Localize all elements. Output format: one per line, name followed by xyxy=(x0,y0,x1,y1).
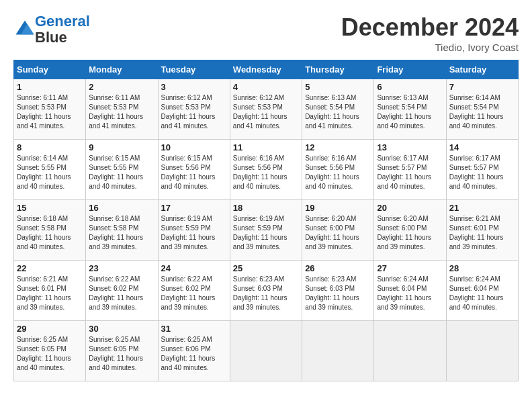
table-row: 18 Sunrise: 6:19 AM Sunset: 5:59 PM Dayl… xyxy=(230,200,302,261)
day-info: Sunrise: 6:25 AM Sunset: 6:05 PM Dayligh… xyxy=(17,336,71,371)
day-number: 24 xyxy=(161,263,227,273)
day-number: 4 xyxy=(233,82,299,92)
day-info: Sunrise: 6:20 AM Sunset: 6:00 PM Dayligh… xyxy=(377,215,431,250)
day-info: Sunrise: 6:19 AM Sunset: 5:59 PM Dayligh… xyxy=(161,215,216,250)
table-row xyxy=(374,321,446,381)
day-number: 10 xyxy=(161,142,227,152)
calendar-week-row: 22 Sunrise: 6:21 AM Sunset: 6:01 PM Dayl… xyxy=(14,261,519,321)
day-number: 9 xyxy=(89,142,154,152)
day-number: 16 xyxy=(89,203,154,213)
day-number: 11 xyxy=(233,142,299,152)
day-number: 8 xyxy=(17,142,83,152)
table-row: 9 Sunrise: 6:15 AM Sunset: 5:55 PM Dayli… xyxy=(86,140,158,200)
day-info: Sunrise: 6:15 AM Sunset: 5:56 PM Dayligh… xyxy=(161,154,216,190)
table-row xyxy=(302,321,374,381)
col-wednesday: Wednesday xyxy=(230,60,302,79)
day-info: Sunrise: 6:21 AM Sunset: 6:01 PM Dayligh… xyxy=(449,215,504,250)
table-row xyxy=(230,321,302,381)
table-row: 15 Sunrise: 6:18 AM Sunset: 5:58 PM Dayl… xyxy=(14,200,86,261)
table-row: 13 Sunrise: 6:17 AM Sunset: 5:57 PM Dayl… xyxy=(374,140,446,200)
day-number: 27 xyxy=(377,263,443,273)
table-row: 8 Sunrise: 6:14 AM Sunset: 5:55 PM Dayli… xyxy=(14,140,86,200)
day-number: 7 xyxy=(449,82,515,92)
day-number: 6 xyxy=(377,82,443,92)
col-saturday: Saturday xyxy=(446,60,518,79)
day-number: 23 xyxy=(89,263,154,273)
table-row: 5 Sunrise: 6:13 AM Sunset: 5:54 PM Dayli… xyxy=(302,79,374,140)
table-row: 30 Sunrise: 6:25 AM Sunset: 6:05 PM Dayl… xyxy=(86,321,158,381)
table-row: 28 Sunrise: 6:24 AM Sunset: 6:04 PM Dayl… xyxy=(446,261,518,321)
day-info: Sunrise: 6:14 AM Sunset: 5:54 PM Dayligh… xyxy=(449,94,504,130)
page-header: GeneralBlue December 2024 Tiedio, Ivory … xyxy=(13,13,519,53)
day-number: 14 xyxy=(449,142,515,152)
table-row: 17 Sunrise: 6:19 AM Sunset: 5:59 PM Dayl… xyxy=(158,200,230,261)
table-row: 2 Sunrise: 6:11 AM Sunset: 5:53 PM Dayli… xyxy=(86,79,158,140)
table-row: 20 Sunrise: 6:20 AM Sunset: 6:00 PM Dayl… xyxy=(374,200,446,261)
table-row: 24 Sunrise: 6:22 AM Sunset: 6:02 PM Dayl… xyxy=(158,261,230,321)
day-info: Sunrise: 6:13 AM Sunset: 5:54 PM Dayligh… xyxy=(377,94,431,130)
day-info: Sunrise: 6:18 AM Sunset: 5:58 PM Dayligh… xyxy=(89,215,143,250)
day-number: 28 xyxy=(449,263,515,273)
logo-text: GeneralBlue xyxy=(35,13,90,46)
col-monday: Monday xyxy=(86,60,158,79)
table-row: 14 Sunrise: 6:17 AM Sunset: 5:57 PM Dayl… xyxy=(446,140,518,200)
table-row: 23 Sunrise: 6:22 AM Sunset: 6:02 PM Dayl… xyxy=(86,261,158,321)
table-row: 22 Sunrise: 6:21 AM Sunset: 6:01 PM Dayl… xyxy=(14,261,86,321)
day-info: Sunrise: 6:15 AM Sunset: 5:55 PM Dayligh… xyxy=(89,154,143,190)
table-row: 4 Sunrise: 6:12 AM Sunset: 5:53 PM Dayli… xyxy=(230,79,302,140)
table-row: 29 Sunrise: 6:25 AM Sunset: 6:05 PM Dayl… xyxy=(14,321,86,381)
day-number: 17 xyxy=(161,203,227,213)
col-sunday: Sunday xyxy=(14,60,86,79)
table-row: 19 Sunrise: 6:20 AM Sunset: 6:00 PM Dayl… xyxy=(302,200,374,261)
table-row: 21 Sunrise: 6:21 AM Sunset: 6:01 PM Dayl… xyxy=(446,200,518,261)
table-row: 26 Sunrise: 6:23 AM Sunset: 6:03 PM Dayl… xyxy=(302,261,374,321)
table-row: 16 Sunrise: 6:18 AM Sunset: 5:58 PM Dayl… xyxy=(86,200,158,261)
day-info: Sunrise: 6:16 AM Sunset: 5:56 PM Dayligh… xyxy=(233,154,287,190)
table-row: 31 Sunrise: 6:25 AM Sunset: 6:06 PM Dayl… xyxy=(158,321,230,381)
day-number: 2 xyxy=(89,82,154,92)
calendar-week-row: 8 Sunrise: 6:14 AM Sunset: 5:55 PM Dayli… xyxy=(14,140,519,200)
day-number: 26 xyxy=(305,263,371,273)
day-info: Sunrise: 6:23 AM Sunset: 6:03 PM Dayligh… xyxy=(305,275,359,311)
day-info: Sunrise: 6:17 AM Sunset: 5:57 PM Dayligh… xyxy=(377,154,431,190)
day-number: 5 xyxy=(305,82,371,92)
day-number: 30 xyxy=(89,324,154,334)
month-title: December 2024 xyxy=(341,13,519,42)
table-row: 11 Sunrise: 6:16 AM Sunset: 5:56 PM Dayl… xyxy=(230,140,302,200)
day-info: Sunrise: 6:17 AM Sunset: 5:57 PM Dayligh… xyxy=(449,154,504,190)
day-number: 22 xyxy=(17,263,83,273)
day-info: Sunrise: 6:12 AM Sunset: 5:53 PM Dayligh… xyxy=(233,94,287,130)
calendar-week-row: 15 Sunrise: 6:18 AM Sunset: 5:58 PM Dayl… xyxy=(14,200,519,261)
calendar-week-row: 29 Sunrise: 6:25 AM Sunset: 6:05 PM Dayl… xyxy=(14,321,519,381)
day-info: Sunrise: 6:21 AM Sunset: 6:01 PM Dayligh… xyxy=(17,275,71,311)
day-number: 12 xyxy=(305,142,371,152)
day-info: Sunrise: 6:18 AM Sunset: 5:58 PM Dayligh… xyxy=(17,215,71,250)
day-info: Sunrise: 6:11 AM Sunset: 5:53 PM Dayligh… xyxy=(17,94,71,130)
day-info: Sunrise: 6:22 AM Sunset: 6:02 PM Dayligh… xyxy=(89,275,143,311)
table-row: 3 Sunrise: 6:12 AM Sunset: 5:53 PM Dayli… xyxy=(158,79,230,140)
day-number: 21 xyxy=(449,203,515,213)
day-info: Sunrise: 6:24 AM Sunset: 6:04 PM Dayligh… xyxy=(377,275,431,311)
day-info: Sunrise: 6:16 AM Sunset: 5:56 PM Dayligh… xyxy=(305,154,359,190)
location: Tiedio, Ivory Coast xyxy=(341,42,519,53)
calendar-table: Sunday Monday Tuesday Wednesday Thursday… xyxy=(13,60,519,381)
day-number: 13 xyxy=(377,142,443,152)
table-row xyxy=(446,321,518,381)
col-tuesday: Tuesday xyxy=(158,60,230,79)
day-info: Sunrise: 6:12 AM Sunset: 5:53 PM Dayligh… xyxy=(161,94,216,130)
col-friday: Friday xyxy=(374,60,446,79)
table-row: 27 Sunrise: 6:24 AM Sunset: 6:04 PM Dayl… xyxy=(374,261,446,321)
day-number: 31 xyxy=(161,324,227,334)
table-row: 7 Sunrise: 6:14 AM Sunset: 5:54 PM Dayli… xyxy=(446,79,518,140)
col-thursday: Thursday xyxy=(302,60,374,79)
day-number: 25 xyxy=(233,263,299,273)
table-row: 25 Sunrise: 6:23 AM Sunset: 6:03 PM Dayl… xyxy=(230,261,302,321)
day-number: 20 xyxy=(377,203,443,213)
table-row: 12 Sunrise: 6:16 AM Sunset: 5:56 PM Dayl… xyxy=(302,140,374,200)
day-number: 18 xyxy=(233,203,299,213)
day-info: Sunrise: 6:20 AM Sunset: 6:00 PM Dayligh… xyxy=(305,215,359,250)
day-number: 1 xyxy=(17,82,83,92)
day-info: Sunrise: 6:11 AM Sunset: 5:53 PM Dayligh… xyxy=(89,94,143,130)
calendar-week-row: 1 Sunrise: 6:11 AM Sunset: 5:53 PM Dayli… xyxy=(14,79,519,140)
day-info: Sunrise: 6:13 AM Sunset: 5:54 PM Dayligh… xyxy=(305,94,359,130)
